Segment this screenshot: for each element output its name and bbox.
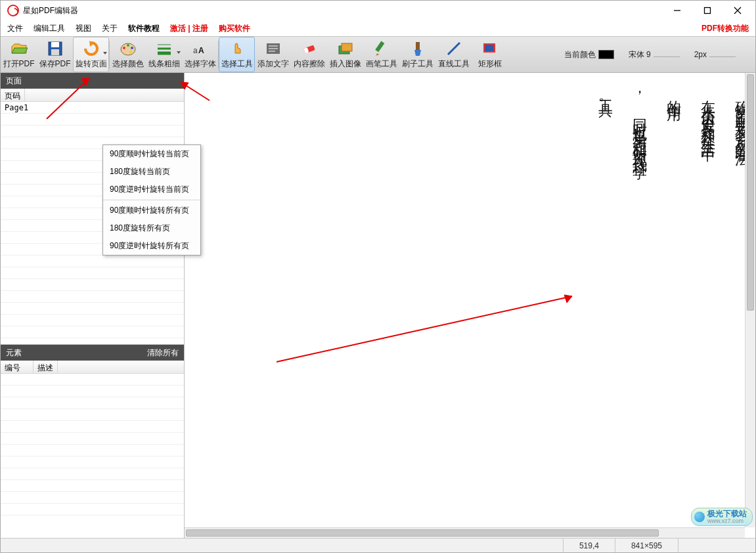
eraser-icon [301, 40, 318, 57]
rotate-ccw90-current[interactable]: 90度逆时针旋转当前页 [103, 181, 200, 198]
horizontal-scrollbar[interactable] [185, 527, 745, 538]
toolbar: 打开PDF 保存PDF 旋转页面 选择颜色 线条粗细 aA选择字体 选择工具 添… [1, 36, 755, 73]
menu-buy[interactable]: 购买软件 [219, 23, 250, 34]
rotate-180-all[interactable]: 180度旋转所有页 [103, 219, 200, 237]
app-title: 星如PDF编辑器 [23, 5, 78, 16]
font-icon: aA [192, 40, 209, 57]
watermark-badge: 极光下载站www.xz7.com [691, 508, 753, 526]
watermark-icon [694, 512, 705, 522]
svg-point-8 [123, 47, 125, 49]
rotate-dropdown: 90度顺时针旋转当前页 180度旋转当前页 90度逆时针旋转当前页 90度顺时针… [102, 144, 201, 255]
annotation-arrow-icon [40, 73, 99, 125]
svg-rect-1 [705, 8, 711, 14]
text-lines-icon [265, 40, 282, 57]
svg-text:A: A [198, 46, 204, 55]
rotate-ccw90-all[interactable]: 90度逆时针旋转所有页 [103, 237, 200, 255]
svg-line-27 [448, 43, 460, 55]
menu-about[interactable]: 关于 [102, 23, 118, 34]
current-color-label: 当前颜色 [564, 49, 614, 60]
menu-tutorial[interactable]: 软件教程 [128, 23, 160, 34]
line-tool-button[interactable]: 直线工具 [435, 37, 472, 72]
svg-line-32 [47, 78, 89, 119]
vertical-scrollbar[interactable] [745, 73, 755, 527]
add-text-button[interactable]: 添加文字 [255, 37, 291, 72]
open-pdf-button[interactable]: 打开PDF [1, 37, 37, 72]
svg-point-11 [129, 51, 132, 53]
folder-open-icon [11, 40, 28, 57]
close-button[interactable] [723, 1, 753, 20]
choose-font-button[interactable]: aA选择字体 [182, 37, 218, 72]
select-tool-button[interactable]: 选择工具 [219, 37, 255, 72]
hand-pointer-icon [229, 40, 246, 57]
maximize-button[interactable] [692, 1, 723, 20]
document-content: 学对象本质上都是人为定义的。 属于形 式科学，而不是自然科学。不同 数学的 确切… [210, 76, 745, 456]
svg-rect-5 [51, 42, 59, 47]
minimize-button[interactable] [662, 1, 692, 20]
save-pdf-button[interactable]: 保存PDF [37, 37, 73, 72]
rotate-page-button[interactable]: 旋转页面 [73, 37, 109, 72]
pen-tool-button[interactable]: 画笔工具 [363, 37, 399, 72]
status-dimensions: 841×595 [615, 539, 678, 552]
menu-view[interactable]: 视图 [76, 23, 91, 34]
app-logo-icon [7, 5, 19, 16]
palette-icon [120, 40, 137, 57]
pencil-icon [373, 40, 390, 57]
rectangle-icon [481, 40, 499, 57]
menu-edit[interactable]: 编辑工具 [33, 23, 65, 34]
svg-rect-24 [342, 43, 352, 51]
status-position: 519,4 [563, 539, 615, 552]
rotate-cw90-all[interactable]: 90度顺时针旋转所有页 [103, 202, 200, 219]
brush-icon [409, 40, 426, 57]
choose-color-button[interactable]: 选择颜色 [110, 37, 146, 72]
lines-icon [156, 40, 173, 57]
menubar: 文件 编辑工具 视图 关于 软件教程 激活 | 注册 购买软件 PDF转换功能 [1, 20, 755, 36]
px-display[interactable]: 2px [694, 50, 736, 59]
save-icon [47, 40, 64, 57]
svg-line-30 [277, 296, 572, 362]
brush-tool-button[interactable]: 刷子工具 [399, 37, 435, 72]
svg-marker-31 [564, 295, 572, 303]
svg-text:a: a [193, 46, 198, 55]
svg-point-10 [131, 47, 133, 49]
menu-pdf-convert[interactable]: PDF转换功能 [701, 23, 749, 34]
current-color-swatch[interactable] [598, 50, 614, 59]
rotate-180-current[interactable]: 180度旋转当前页 [103, 163, 200, 181]
clear-all-link[interactable]: 清除所有 [147, 347, 179, 359]
annotation-arrow-icon [270, 290, 585, 368]
images-icon [337, 40, 354, 57]
insert-image-button[interactable]: 插入图像 [327, 37, 363, 72]
font-display[interactable]: 宋体 9 [629, 49, 680, 60]
menu-file[interactable]: 文件 [7, 23, 23, 34]
svg-rect-25 [375, 41, 384, 52]
statusbar: 519,4 841×595 [1, 538, 755, 552]
svg-rect-26 [416, 42, 420, 50]
elem-col-header: 编号描述 [1, 361, 184, 374]
svg-point-9 [127, 44, 129, 47]
svg-rect-6 [51, 49, 59, 55]
menu-activate[interactable]: 激活 | 注册 [170, 23, 208, 34]
line-icon [445, 40, 462, 57]
canvas-area[interactable]: 学对象本质上都是人为定义的。 属于形 式科学，而不是自然科学。不同 数学的 确切… [185, 73, 755, 538]
titlebar: 星如PDF编辑器 [1, 1, 755, 20]
rotate-icon [83, 40, 100, 57]
rect-tool-button[interactable]: 矩形框 [472, 37, 508, 72]
line-width-button[interactable]: 线条粗细 [146, 37, 182, 72]
element-panel-header: 元素清除所有 [1, 345, 184, 361]
erase-button[interactable]: 内容擦除 [291, 37, 327, 72]
rotate-cw90-current[interactable]: 90度顺时针旋转当前页 [103, 145, 200, 163]
annotation-arrow-icon [177, 78, 216, 104]
